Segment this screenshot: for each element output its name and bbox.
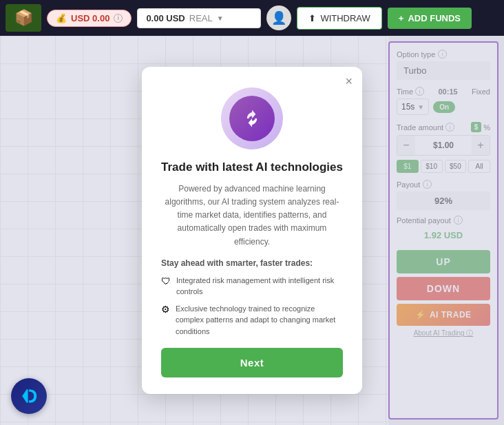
ic-logo-icon bbox=[18, 385, 40, 407]
profile-button[interactable]: 👤 bbox=[266, 6, 291, 30]
arrows-icon bbox=[240, 106, 264, 131]
modal-subtitle: Stay ahead with smarter, faster trades: bbox=[161, 258, 343, 268]
account-selector[interactable]: 0.00 USD REAL ▼ bbox=[137, 8, 261, 28]
add-funds-button[interactable]: + ADD FUNDS bbox=[388, 8, 472, 29]
feature-text-1: Exclusive technology trained to recogniz… bbox=[176, 303, 343, 338]
account-amount: 0.00 USD bbox=[146, 13, 185, 23]
withdraw-button[interactable]: ⬆ WITHDRAW bbox=[297, 7, 381, 30]
feature-icon-1: ⚙ bbox=[161, 304, 170, 315]
modal-title: Trade with latest AI technologies bbox=[161, 160, 343, 174]
logo-box: 📦 bbox=[6, 4, 41, 32]
chevron-down-icon: ▼ bbox=[217, 14, 224, 22]
feature-text-0: Integrated risk management with intellig… bbox=[176, 275, 343, 298]
modal-overlay: × Trade with latest AI technologies Powe… bbox=[0, 36, 504, 425]
modal: × Trade with latest AI technologies Powe… bbox=[142, 67, 362, 394]
profile-icon: 👤 bbox=[271, 10, 286, 25]
feature-icon-0: 🛡 bbox=[161, 276, 171, 287]
next-button[interactable]: Next bbox=[161, 348, 343, 377]
withdraw-icon: ⬆ bbox=[308, 13, 316, 23]
balance-currency-icon: 💰 bbox=[56, 13, 67, 23]
feature-item-0: 🛡 Integrated risk management with intell… bbox=[161, 275, 343, 298]
modal-close-button[interactable]: × bbox=[345, 75, 353, 87]
logo-icon: 📦 bbox=[14, 9, 33, 27]
add-icon: + bbox=[399, 13, 404, 23]
balance-button[interactable]: 💰 USD 0.00 i bbox=[47, 10, 132, 27]
info-icon-balance[interactable]: i bbox=[114, 14, 123, 23]
feature-item-1: ⚙ Exclusive technology trained to recogn… bbox=[161, 303, 343, 338]
bottom-logo bbox=[11, 378, 47, 414]
navbar: 📦 💰 USD 0.00 i 0.00 USD REAL ▼ 👤 ⬆ WITHD… bbox=[0, 0, 504, 36]
balance-amount: USD 0.00 bbox=[71, 13, 109, 23]
modal-illustration bbox=[221, 87, 283, 149]
features-list: 🛡 Integrated risk management with intell… bbox=[161, 275, 343, 343]
modal-description: Powered by advanced machine learning alg… bbox=[161, 183, 343, 249]
add-funds-label: ADD FUNDS bbox=[408, 13, 461, 23]
account-type: REAL bbox=[189, 13, 213, 23]
withdraw-label: WITHDRAW bbox=[320, 13, 370, 23]
main-area: Option type i Turbo Time i 00:15 Fixed 1… bbox=[0, 36, 504, 425]
